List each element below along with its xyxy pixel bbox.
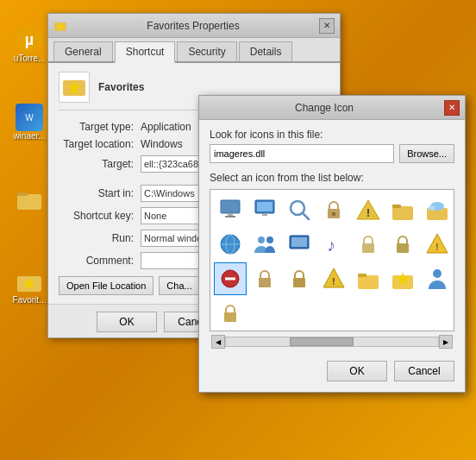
svg-rect-47 — [293, 278, 305, 287]
utorrent-label: uTorre... — [14, 54, 46, 63]
target-location-value: Windows — [141, 138, 183, 150]
desktop-icon-winaero[interactable]: W winaer... — [7, 104, 52, 141]
icon-cell-folder-yellow[interactable] — [352, 262, 385, 295]
icon-cell-warning3[interactable]: ! — [317, 262, 350, 295]
svg-rect-34 — [291, 237, 307, 247]
ci-cancel-button[interactable]: Cancel — [394, 361, 454, 381]
icon-cell-stop[interactable] — [214, 262, 247, 295]
prop-icon — [62, 75, 86, 99]
icon-cell-monitor2[interactable] — [248, 193, 281, 226]
svg-point-24 — [429, 205, 435, 211]
change-icon-dialog: Change Icon ✕ Look for icons in this fil… — [198, 95, 466, 393]
icon-cell-lock5[interactable] — [248, 262, 281, 295]
icon-cell-lock3[interactable] — [352, 228, 385, 261]
svg-text:!: ! — [332, 276, 335, 287]
scroll-left-button[interactable]: ◀ — [211, 335, 225, 349]
start-in-label: Start in: — [59, 187, 141, 199]
tab-general[interactable]: General — [53, 41, 113, 61]
ci-bottom-buttons: OK Cancel — [210, 357, 454, 383]
svg-rect-50 — [358, 275, 379, 289]
icon-cell-warning2[interactable]: ! — [421, 228, 454, 261]
icon-grid: ! ! — [210, 190, 454, 331]
prop-name: Favorites — [98, 81, 144, 93]
fav-titlebar: Favorites Properties ✕ — [48, 14, 340, 38]
fav-window-icon — [53, 19, 67, 33]
ci-titlebar: Change Icon ✕ — [199, 96, 465, 120]
svg-rect-37 — [397, 243, 409, 253]
winaero-label: winaer... — [13, 131, 45, 141]
svg-point-31 — [258, 236, 265, 243]
comment-label: Comment: — [59, 255, 141, 267]
icon-cell-globe[interactable] — [214, 228, 247, 261]
icon-cell-warning1[interactable]: ! — [352, 193, 385, 226]
icon-cell-lock1[interactable] — [317, 193, 350, 226]
svg-rect-10 — [225, 216, 235, 217]
ci-select-label: Select an icon from the list below: — [210, 172, 454, 184]
fav-ok-button[interactable]: OK — [97, 312, 157, 332]
icon-cell-cloud-folder[interactable] — [421, 193, 454, 226]
svg-rect-1 — [17, 192, 28, 196]
ci-close-button[interactable]: ✕ — [444, 100, 460, 116]
desktop-icon-folder[interactable] — [7, 186, 52, 213]
ci-browse-button[interactable]: Browse... — [399, 144, 454, 163]
icon-cell-search[interactable] — [283, 193, 316, 226]
desktop-icon-favorites[interactable]: Favorit... — [7, 268, 52, 305]
ci-file-input[interactable] — [210, 144, 394, 163]
tab-security[interactable]: Security — [177, 41, 236, 61]
open-file-location-button[interactable]: Open File Location — [59, 276, 153, 295]
svg-line-15 — [303, 213, 309, 219]
svg-rect-9 — [228, 213, 233, 216]
svg-rect-51 — [358, 274, 366, 277]
icon-cell-folder1[interactable] — [386, 193, 419, 226]
fav-window-title: Favorites Properties — [67, 20, 319, 32]
svg-text:!: ! — [366, 207, 370, 219]
desktop: µ uTorre... W winaer... Favorit... Favor… — [0, 0, 476, 460]
winaero-icon: W — [16, 104, 43, 131]
icon-cell-lock7[interactable] — [214, 297, 247, 330]
fav-tabs: General Shortcut Security Details — [48, 38, 340, 63]
svg-rect-17 — [332, 212, 335, 216]
svg-point-32 — [266, 236, 273, 243]
icon-cell-star[interactable] — [386, 262, 419, 295]
scroll-right-button[interactable]: ▶ — [439, 335, 453, 349]
target-label: Target: — [59, 158, 141, 170]
svg-point-54 — [433, 269, 442, 278]
svg-rect-13 — [262, 213, 267, 216]
svg-rect-12 — [257, 202, 272, 211]
favorites-label: Favorit... — [13, 295, 47, 305]
svg-text:!: ! — [435, 242, 439, 252]
tab-shortcut[interactable]: Shortcut — [115, 41, 176, 63]
svg-rect-60 — [224, 312, 236, 322]
icon-cell-music[interactable]: ♪ — [317, 228, 350, 261]
ci-look-for-label: Look for icons in this file: — [210, 129, 454, 141]
svg-rect-0 — [17, 194, 41, 210]
icon-cell-monitor[interactable] — [214, 193, 247, 226]
run-label: Run: — [59, 232, 141, 244]
ci-title: Change Icon — [204, 102, 444, 114]
target-location-label: Target location: — [59, 138, 141, 150]
svg-rect-46 — [259, 278, 271, 287]
icon-cell-users3[interactable] — [421, 262, 454, 295]
icon-cell-lock4[interactable] — [386, 228, 419, 261]
scrollbar: ◀ ▶ — [210, 335, 454, 349]
icon-grid-container: ! ! — [210, 189, 454, 331]
icon-cell-monitor-blue[interactable] — [283, 228, 316, 261]
folder-icon — [16, 186, 43, 213]
target-type-value: Application — [141, 121, 191, 133]
scroll-thumb[interactable] — [290, 337, 354, 346]
svg-rect-8 — [221, 200, 240, 213]
svg-rect-20 — [392, 206, 413, 220]
tab-details[interactable]: Details — [239, 41, 293, 61]
svg-rect-21 — [392, 205, 401, 208]
desktop-icon-utorrent[interactable]: µ uTorre... — [7, 26, 52, 63]
target-type-label: Target type: — [59, 121, 141, 133]
change-icon-button[interactable]: Cha... — [159, 276, 199, 295]
svg-text:♪: ♪ — [327, 236, 335, 255]
icon-cell-users[interactable] — [248, 228, 281, 261]
shortcut-key-label: Shortcut key: — [59, 210, 141, 222]
ci-file-row: Browse... — [210, 144, 454, 163]
fav-close-button[interactable]: ✕ — [319, 18, 335, 34]
icon-cell-lock6[interactable] — [283, 262, 316, 295]
ci-content: Look for icons in this file: Browse... S… — [199, 120, 465, 392]
ci-ok-button[interactable]: OK — [327, 361, 387, 381]
